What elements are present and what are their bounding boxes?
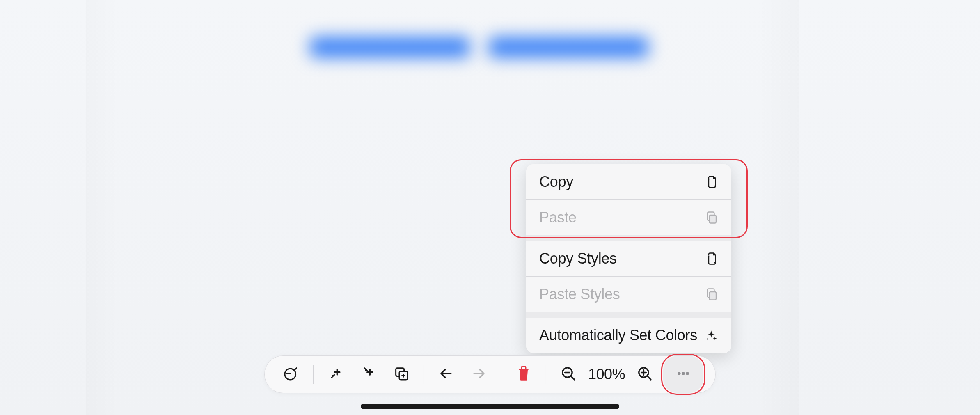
more-button-highlight — [661, 354, 705, 395]
add-down-button[interactable] — [352, 360, 385, 389]
menu-section-colors: Automatically Set Colors — [526, 318, 731, 353]
side-shadow-left — [86, 0, 119, 415]
add-up-button[interactable] — [319, 360, 352, 389]
section-gap — [526, 235, 731, 241]
duplicate-button[interactable] — [385, 360, 418, 389]
blurred-button-1 — [310, 37, 470, 57]
copy-label: Copy — [539, 173, 573, 190]
duplicate-icon — [393, 365, 410, 383]
annotate-button[interactable] — [275, 360, 307, 389]
toolbar-divider — [313, 365, 314, 384]
svg-point-11 — [678, 372, 680, 375]
redo-button — [463, 360, 495, 389]
menu-section-styles: Copy Styles Paste Styles — [526, 241, 731, 312]
zoom-in-icon — [637, 365, 653, 383]
copy-menu-item[interactable]: Copy — [526, 164, 731, 199]
bottom-toolbar: 100% — [264, 355, 716, 393]
copy-styles-menu-item[interactable]: Copy Styles — [526, 241, 731, 276]
context-menu: Copy Paste Copy Styles — [526, 164, 731, 353]
ellipsis-icon — [675, 365, 691, 383]
paste-menu-item: Paste — [526, 200, 731, 235]
svg-point-13 — [686, 372, 689, 375]
auto-colors-menu-item[interactable]: Automatically Set Colors — [526, 318, 731, 353]
copy-styles-label: Copy Styles — [539, 250, 617, 267]
trash-icon — [515, 365, 532, 383]
side-shadow-right — [758, 0, 799, 415]
menu-section-clipboard: Copy Paste — [526, 164, 731, 235]
zoom-level[interactable]: 100% — [585, 366, 628, 383]
annotate-icon — [283, 365, 299, 383]
paste-styles-icon — [703, 287, 719, 302]
arrow-left-icon — [438, 365, 454, 383]
sparkle-icon — [703, 328, 719, 343]
more-button[interactable] — [663, 356, 703, 393]
add-down-icon — [360, 365, 377, 383]
paste-styles-menu-item: Paste Styles — [526, 277, 731, 312]
auto-colors-label: Automatically Set Colors — [539, 327, 697, 344]
home-indicator — [361, 404, 619, 409]
toolbar-divider — [546, 365, 546, 384]
toolbar-divider — [424, 365, 424, 384]
toolbar-divider — [501, 365, 501, 384]
paste-icon — [703, 210, 719, 225]
arrow-right-icon — [471, 365, 487, 383]
copy-icon — [703, 174, 719, 190]
zoom-in-button[interactable] — [628, 360, 661, 389]
paste-label: Paste — [539, 209, 577, 226]
undo-button[interactable] — [430, 360, 463, 389]
copy-styles-icon — [703, 251, 719, 266]
paste-styles-label: Paste Styles — [539, 286, 620, 303]
zoom-out-button[interactable] — [552, 360, 585, 389]
svg-point-12 — [682, 372, 685, 375]
blurred-button-2 — [488, 37, 648, 57]
svg-rect-5 — [710, 292, 717, 300]
section-gap — [526, 312, 731, 318]
svg-rect-2 — [710, 215, 717, 223]
add-up-icon — [327, 365, 344, 383]
zoom-out-icon — [560, 365, 577, 383]
delete-button[interactable] — [507, 360, 540, 389]
